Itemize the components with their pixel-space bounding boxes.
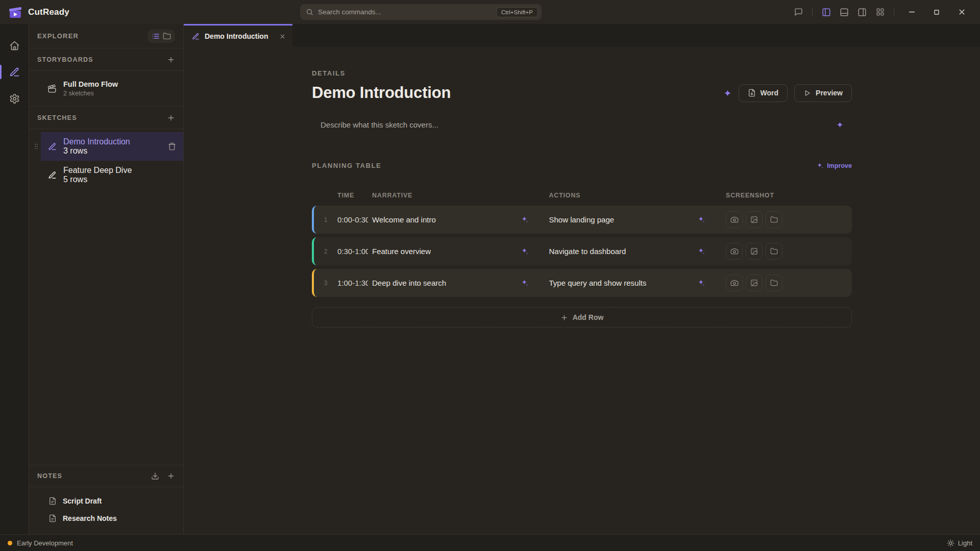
row-number: 1 <box>314 216 337 223</box>
details-section-label: DETAILS <box>312 69 852 77</box>
browse-files-button[interactable] <box>766 243 782 260</box>
toggle-bottom-panel-button[interactable] <box>838 6 851 19</box>
camera-icon <box>730 279 739 287</box>
export-notes-button[interactable] <box>151 472 159 480</box>
minimize-icon <box>908 8 916 16</box>
image-icon <box>750 247 758 255</box>
narrative-cell[interactable]: Deep dive into search <box>372 279 446 287</box>
time-cell[interactable]: 0:00-0:30 <box>337 215 368 224</box>
ai-actions-button[interactable] <box>698 279 705 287</box>
pick-image-button[interactable] <box>746 243 763 260</box>
folder-icon <box>770 247 778 255</box>
add-row-button[interactable]: Add Row <box>312 307 852 328</box>
note-item-research-notes[interactable]: Research Notes <box>29 510 183 527</box>
divider <box>894 8 894 16</box>
titlebar: CutReady Search commands... Ctrl+Shift+P <box>0 0 980 24</box>
improve-table-button[interactable]: Improve <box>817 162 852 169</box>
actions-cell[interactable]: Show landing page <box>549 215 615 224</box>
storyboards-list: Full Demo Flow 2 sketches <box>29 71 183 107</box>
rail-sketches-button[interactable] <box>0 66 29 78</box>
minimize-button[interactable] <box>901 5 922 20</box>
add-storyboard-button[interactable] <box>167 56 175 64</box>
sparkles-icon <box>698 216 705 223</box>
ai-actions-button[interactable] <box>698 247 705 255</box>
search-icon <box>306 8 313 16</box>
browse-files-button[interactable] <box>766 211 782 228</box>
explorer-header: EXPLORER <box>29 24 183 48</box>
close-icon <box>279 33 286 40</box>
pencil-icon <box>48 171 57 180</box>
sparkles-icon <box>521 216 529 223</box>
folder-view-button[interactable] <box>163 32 171 40</box>
toggle-right-panel-button[interactable] <box>855 6 869 19</box>
home-icon <box>9 40 20 51</box>
ai-improve-description-button[interactable] <box>836 121 844 129</box>
browse-files-button[interactable] <box>766 274 782 291</box>
rail-settings-button[interactable] <box>0 92 29 105</box>
time-cell[interactable]: 1:00-1:30 <box>337 279 368 287</box>
status-bar: Early Development Light <box>0 534 980 551</box>
description-field[interactable]: Describe what this sketch covers... <box>321 120 438 129</box>
ai-actions-button[interactable] <box>698 216 705 223</box>
close-button[interactable] <box>951 5 972 20</box>
rail-home-button[interactable] <box>0 39 29 52</box>
note-item-script-draft[interactable]: Script Draft <box>29 492 183 510</box>
table-row: 1 0:00-0:30 Welcome and intro Show landi… <box>312 206 852 234</box>
ai-narrative-button[interactable] <box>521 216 529 223</box>
pick-image-button[interactable] <box>746 274 763 291</box>
improve-button-label: Improve <box>827 162 852 169</box>
capture-screenshot-button[interactable] <box>726 211 743 228</box>
maximize-button[interactable] <box>926 5 947 20</box>
list-view-button[interactable] <box>152 32 160 40</box>
narrative-cell[interactable]: Feature overview <box>372 247 431 256</box>
apps-grid-button[interactable] <box>873 6 887 19</box>
row-number: 3 <box>314 280 337 287</box>
time-cell[interactable]: 0:30-1:00 <box>337 247 368 256</box>
close-icon <box>958 8 966 16</box>
export-word-button[interactable]: Word <box>739 84 788 102</box>
sketch-item-feature-deep-dive[interactable]: Feature Deep Dive 5 rows <box>41 161 183 189</box>
table-header: TIME NARRATIVE ACTIONS SCREENSHOT <box>312 192 852 199</box>
theme-toggle-button[interactable]: Light <box>947 539 972 547</box>
capture-screenshot-button[interactable] <box>726 243 743 260</box>
tab-demo-introduction[interactable]: Demo Introduction <box>184 24 292 47</box>
capture-screenshot-button[interactable] <box>726 274 743 291</box>
tab-close-button[interactable] <box>279 33 286 40</box>
toggle-left-panel-button[interactable] <box>820 6 833 19</box>
search-shortcut-badge: Ctrl+Shift+P <box>496 7 538 17</box>
camera-icon <box>730 247 739 256</box>
command-search-input[interactable]: Search commands... Ctrl+Shift+P <box>300 4 542 20</box>
folder-icon <box>163 32 171 40</box>
sketch-meta: 3 rows <box>63 146 130 156</box>
storyboard-item[interactable]: Full Demo Flow 2 sketches <box>29 75 183 102</box>
folder-icon <box>770 279 778 287</box>
notes-label: NOTES <box>37 472 62 480</box>
ai-narrative-button[interactable] <box>521 247 529 255</box>
clapperboard-icon <box>47 84 57 93</box>
sun-icon <box>947 539 954 547</box>
sketches-label: SKETCHES <box>37 114 77 121</box>
add-note-button[interactable] <box>167 472 175 480</box>
preview-button[interactable]: Preview <box>794 84 852 102</box>
sketch-title[interactable]: Demo Introduction <box>312 84 451 102</box>
delete-sketch-button[interactable] <box>168 142 176 151</box>
pencil-icon <box>9 67 20 78</box>
narrative-cell[interactable]: Welcome and intro <box>372 215 436 224</box>
brand: CutReady <box>8 5 69 19</box>
file-icon <box>48 514 57 522</box>
pick-image-button[interactable] <box>746 211 763 228</box>
row-number: 2 <box>314 248 337 255</box>
add-sketch-button[interactable] <box>167 114 175 122</box>
sparkles-icon <box>521 279 529 287</box>
ai-narrative-button[interactable] <box>521 279 529 287</box>
sketch-item-demo-introduction[interactable]: Demo Introduction 3 rows <box>41 132 183 161</box>
ai-improve-title-button[interactable] <box>723 89 732 97</box>
feedback-button[interactable] <box>792 6 805 19</box>
folder-icon <box>770 216 778 223</box>
grid-icon <box>876 8 885 16</box>
actions-cell[interactable]: Navigate to dashboard <box>549 247 626 256</box>
sparkles-icon <box>698 247 705 255</box>
screenshot-cell <box>726 274 852 291</box>
drag-handle-icon[interactable] <box>33 142 40 151</box>
actions-cell[interactable]: Type query and show results <box>549 279 647 287</box>
